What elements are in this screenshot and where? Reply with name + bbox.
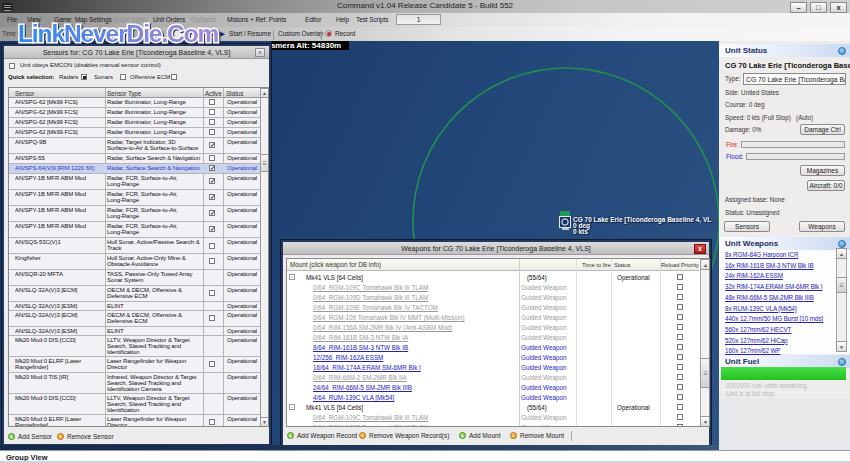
svg-text:LinkNeverDie.Com: LinkNeverDie.Com [18,20,219,47]
